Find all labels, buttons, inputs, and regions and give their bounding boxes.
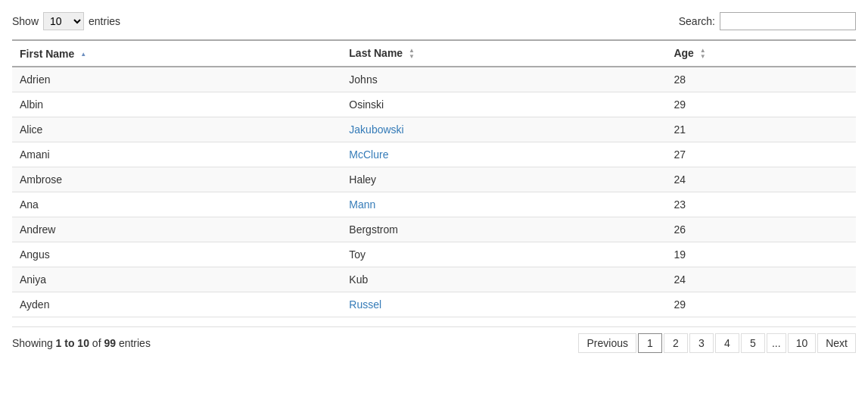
cell-last-name: Kub	[341, 267, 666, 292]
page-4-button[interactable]: 4	[715, 333, 739, 353]
table-body: AdrienJohns28AlbinOsinski29AliceJakubows…	[12, 67, 856, 317]
table-row: AnaMann23	[12, 192, 856, 217]
cell-age: 19	[666, 242, 856, 267]
showing-range: 1 to 10	[56, 337, 89, 349]
page-10-button[interactable]: 10	[788, 333, 817, 353]
page-2-button[interactable]: 2	[664, 333, 688, 353]
col-age-label: Age	[674, 47, 693, 59]
cell-last-name: Johns	[341, 67, 666, 92]
last-name-link[interactable]: Russel	[349, 298, 381, 311]
last-name-link[interactable]: Mann	[349, 198, 375, 211]
header-row: First Name ▲ Last Name ▲ ▼ Age ▲ ▼	[12, 40, 856, 67]
cell-age: 21	[666, 117, 856, 142]
entries-label: entries	[89, 15, 120, 27]
ellipsis: ...	[767, 333, 786, 353]
sort-down: ▼	[700, 54, 706, 60]
cell-first-name: Angus	[12, 242, 341, 267]
last-name-link[interactable]: Jakubowski	[349, 123, 403, 136]
cell-last-name: Russel	[341, 292, 666, 317]
prev-button[interactable]: Previous	[578, 333, 636, 353]
data-table: First Name ▲ Last Name ▲ ▼ Age ▲ ▼	[12, 39, 856, 317]
col-age[interactable]: Age ▲ ▼	[666, 40, 856, 67]
showing-suffix: entries	[116, 337, 151, 349]
bottom-controls: Showing 1 to 10 of 99 entries Previous 1…	[12, 326, 856, 353]
search-box: Search:	[679, 12, 856, 30]
first-name-sort-icon: ▲	[80, 52, 86, 58]
showing-prefix: Showing	[12, 337, 56, 349]
search-label: Search:	[679, 15, 715, 27]
cell-age: 27	[666, 142, 856, 167]
last-name-link[interactable]: McClure	[349, 148, 388, 161]
cell-last-name: McClure	[341, 142, 666, 167]
cell-last-name: Osinski	[341, 92, 666, 117]
showing-middle: of	[89, 337, 104, 349]
search-input[interactable]	[720, 12, 856, 30]
table-header: First Name ▲ Last Name ▲ ▼ Age ▲ ▼	[12, 40, 856, 67]
cell-first-name: Aniya	[12, 267, 341, 292]
cell-first-name: Ambrose	[12, 167, 341, 192]
show-entries-control: Show 102550100 entries	[12, 12, 120, 30]
cell-first-name: Alice	[12, 117, 341, 142]
col-last-name-label: Last Name	[349, 47, 403, 59]
cell-first-name: Albin	[12, 92, 341, 117]
showing-total: 99	[104, 337, 116, 349]
sort-down: ▼	[409, 54, 415, 60]
cell-age: 24	[666, 267, 856, 292]
table-row: AmaniMcClure27	[12, 142, 856, 167]
age-sort-icon: ▲ ▼	[700, 48, 706, 60]
cell-age: 29	[666, 92, 856, 117]
cell-first-name: Amani	[12, 142, 341, 167]
cell-age: 26	[666, 217, 856, 242]
cell-last-name: Haley	[341, 167, 666, 192]
col-first-name-label: First Name	[20, 48, 74, 60]
table-row: AmbroseHaley24	[12, 167, 856, 192]
sort-up: ▲	[80, 52, 86, 58]
cell-first-name: Ana	[12, 192, 341, 217]
cell-age: 29	[666, 292, 856, 317]
page-1-button[interactable]: 1	[638, 333, 662, 353]
cell-age: 28	[666, 67, 856, 92]
entries-select[interactable]: 102550100	[43, 12, 84, 30]
cell-last-name: Toy	[341, 242, 666, 267]
table-row: AndrewBergstrom26	[12, 217, 856, 242]
last-name-sort-icon: ▲ ▼	[409, 48, 415, 60]
cell-first-name: Ayden	[12, 292, 341, 317]
table-row: AniyaKub24	[12, 267, 856, 292]
show-label: Show	[12, 15, 39, 27]
cell-first-name: Andrew	[12, 217, 341, 242]
cell-age: 23	[666, 192, 856, 217]
showing-info: Showing 1 to 10 of 99 entries	[12, 337, 151, 349]
pagination: Previous 1 2 3 4 5 ... 10 Next	[578, 333, 856, 353]
page-3-button[interactable]: 3	[689, 333, 714, 353]
top-controls: Show 102550100 entries Search:	[12, 12, 856, 30]
col-last-name[interactable]: Last Name ▲ ▼	[341, 40, 666, 67]
next-button[interactable]: Next	[817, 333, 856, 353]
cell-last-name: Bergstrom	[341, 217, 666, 242]
cell-first-name: Adrien	[12, 67, 341, 92]
table-row: AdrienJohns28	[12, 67, 856, 92]
table-row: AydenRussel29	[12, 292, 856, 317]
col-first-name[interactable]: First Name ▲	[12, 40, 341, 67]
table-row: AliceJakubowski21	[12, 117, 856, 142]
table-row: AngusToy19	[12, 242, 856, 267]
table-row: AlbinOsinski29	[12, 92, 856, 117]
cell-age: 24	[666, 167, 856, 192]
page-5-button[interactable]: 5	[741, 333, 765, 353]
cell-last-name: Jakubowski	[341, 117, 666, 142]
cell-last-name: Mann	[341, 192, 666, 217]
